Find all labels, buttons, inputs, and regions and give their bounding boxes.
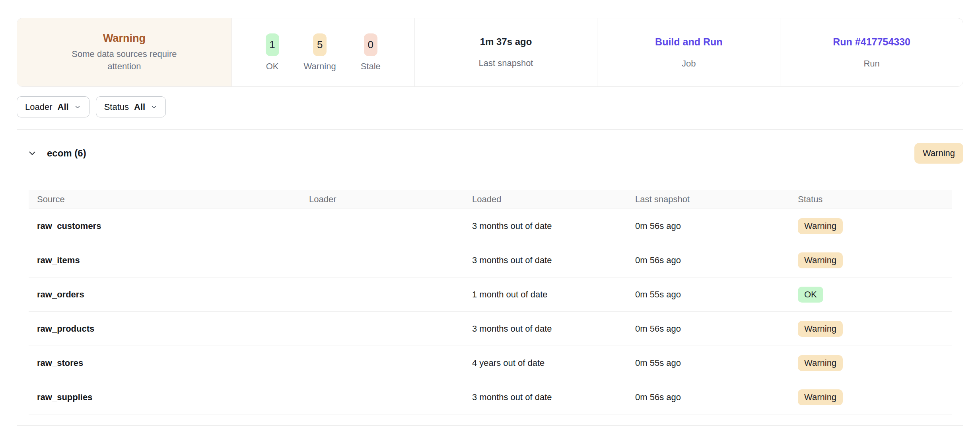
source-cell: raw_supplies bbox=[29, 392, 309, 403]
loader-filter-dropdown[interactable]: Loader All bbox=[17, 96, 89, 117]
last-snapshot-cell: 0m 55s ago bbox=[635, 289, 798, 300]
status-cell: Warning bbox=[798, 389, 952, 405]
group-status-badge: Warning bbox=[914, 143, 963, 164]
loaded-cell: 3 months out of date bbox=[472, 324, 635, 334]
warning-count-label: Warning bbox=[304, 61, 336, 72]
status-badge: Warning bbox=[798, 389, 843, 405]
stale-count-label: Stale bbox=[361, 61, 381, 72]
last-snapshot-section: 1m 37s ago Last snapshot bbox=[414, 18, 597, 86]
table-row[interactable]: raw_orders 1 month out of date 0m 55s ag… bbox=[29, 277, 952, 312]
last-snapshot-cell: 0m 56s ago bbox=[635, 392, 798, 403]
loaded-cell: 4 years out of date bbox=[472, 358, 635, 368]
status-filter-value: All bbox=[134, 102, 145, 112]
source-cell: raw_orders bbox=[29, 289, 309, 300]
run-section: Run #417754330 Run bbox=[780, 18, 963, 86]
status-badge: Warning bbox=[798, 355, 843, 371]
column-header-loaded: Loaded bbox=[472, 194, 635, 205]
status-filter-label: Status bbox=[104, 102, 129, 112]
group-header-ecom: ecom (6) Warning bbox=[17, 142, 963, 164]
loader-filter-label: Loader bbox=[25, 102, 52, 112]
overall-status-section: Warning Some data sources require attent… bbox=[17, 18, 231, 86]
job-link[interactable]: Build and Run bbox=[655, 36, 722, 48]
last-snapshot-cell: 0m 55s ago bbox=[635, 358, 798, 368]
status-badge: Warning bbox=[798, 218, 843, 234]
status-filter-dropdown[interactable]: Status All bbox=[96, 96, 166, 117]
last-snapshot-value: 1m 37s ago bbox=[480, 36, 532, 47]
table-row[interactable]: raw_customers 3 months out of date 0m 56… bbox=[29, 209, 952, 243]
source-cell: raw_customers bbox=[29, 221, 309, 231]
column-header-source: Source bbox=[29, 194, 309, 205]
run-link[interactable]: Run #417754330 bbox=[833, 36, 910, 48]
table-header-row: Source Loader Loaded Last snapshot Statu… bbox=[29, 190, 952, 209]
status-badge: Warning bbox=[798, 252, 843, 268]
table-row[interactable]: raw_items 3 months out of date 0m 56s ag… bbox=[29, 243, 952, 277]
warning-count-badge: 5 bbox=[313, 33, 327, 56]
table-row[interactable]: raw_products 3 months out of date 0m 56s… bbox=[29, 312, 952, 346]
loaded-cell: 3 months out of date bbox=[472, 392, 635, 403]
stale-count-badge: 0 bbox=[364, 33, 377, 56]
job-label: Job bbox=[682, 59, 696, 69]
source-cell: raw_products bbox=[29, 324, 309, 334]
filters-bar: Loader All Status All bbox=[17, 96, 963, 117]
last-snapshot-cell: 0m 56s ago bbox=[635, 255, 798, 266]
source-cell: raw_stores bbox=[29, 358, 309, 368]
last-snapshot-cell: 0m 56s ago bbox=[635, 221, 798, 231]
status-badge: OK bbox=[798, 287, 823, 303]
status-cell: Warning bbox=[798, 321, 952, 337]
status-cell: OK bbox=[798, 287, 952, 303]
chevron-down-icon bbox=[150, 104, 158, 111]
ok-count-label: OK bbox=[266, 61, 279, 72]
status-counts-section: 1 OK 5 Warning 0 Stale bbox=[231, 18, 414, 86]
source-cell: raw_items bbox=[29, 255, 309, 266]
table-row[interactable]: raw_stores 4 years out of date 0m 55s ag… bbox=[29, 346, 952, 380]
column-header-status: Status bbox=[798, 194, 952, 205]
run-label: Run bbox=[863, 59, 879, 69]
bottom-divider bbox=[17, 425, 963, 426]
ok-count-badge: 1 bbox=[266, 33, 279, 56]
column-header-last-snapshot: Last snapshot bbox=[635, 194, 798, 205]
stat-warning: 5 Warning bbox=[304, 33, 336, 72]
group-title: ecom (6) bbox=[47, 148, 86, 159]
job-section: Build and Run Job bbox=[597, 18, 780, 86]
loader-filter-value: All bbox=[58, 102, 69, 112]
chevron-down-icon bbox=[74, 104, 81, 111]
stat-stale: 0 Stale bbox=[361, 33, 381, 72]
data-sources-table: Source Loader Loaded Last snapshot Statu… bbox=[29, 190, 952, 414]
loaded-cell: 1 month out of date bbox=[472, 289, 635, 300]
status-cell: Warning bbox=[798, 252, 952, 268]
last-snapshot-label: Last snapshot bbox=[479, 58, 533, 68]
status-cell: Warning bbox=[798, 355, 952, 371]
loaded-cell: 3 months out of date bbox=[472, 221, 635, 231]
status-badge: Warning bbox=[798, 321, 843, 337]
group-collapse-toggle[interactable]: ecom (6) bbox=[27, 148, 86, 159]
data-sources-page: Warning Some data sources require attent… bbox=[0, 18, 980, 426]
chevron-down-icon bbox=[27, 148, 37, 158]
overall-status-subtitle: Some data sources require attention bbox=[62, 48, 186, 73]
column-header-loader: Loader bbox=[309, 194, 472, 205]
table-row[interactable]: raw_supplies 3 months out of date 0m 56s… bbox=[29, 380, 952, 414]
summary-card: Warning Some data sources require attent… bbox=[17, 18, 963, 87]
status-cell: Warning bbox=[798, 218, 952, 234]
stat-ok: 1 OK bbox=[266, 33, 279, 72]
filters-divider bbox=[17, 129, 963, 130]
overall-status-title: Warning bbox=[103, 32, 146, 45]
last-snapshot-cell: 0m 56s ago bbox=[635, 324, 798, 334]
loaded-cell: 3 months out of date bbox=[472, 255, 635, 266]
